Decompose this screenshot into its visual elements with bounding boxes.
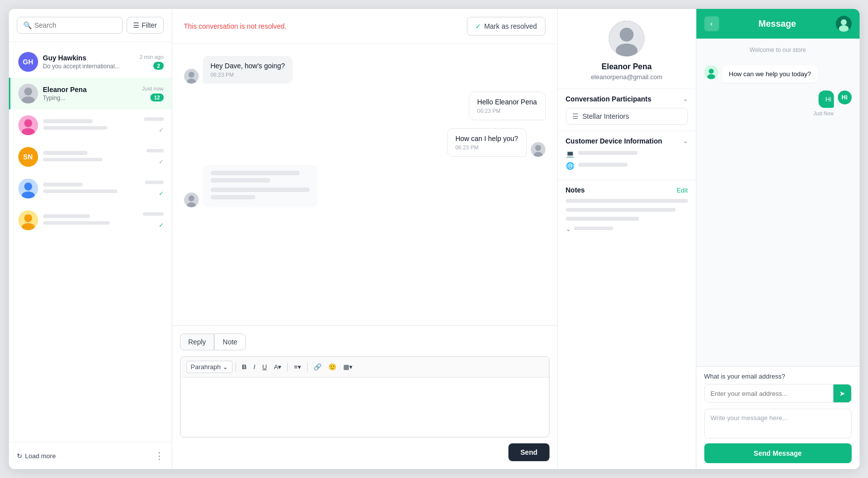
msg-time: 06:23 PM [211, 72, 285, 78]
device-info-title: Customer Device Information [566, 137, 662, 145]
msg-text: Hello Eleanor Pena [477, 98, 537, 106]
monitor-icon: 💻 [566, 150, 574, 158]
search-input[interactable] [35, 21, 117, 29]
widget-header: ‹ Message [696, 9, 860, 39]
more-options-button[interactable]: ⋮ [155, 450, 164, 461]
tab-reply[interactable]: Reply [180, 334, 215, 350]
text-color-button[interactable]: A▾ [271, 361, 285, 373]
show-more-row[interactable]: ⌄ [566, 226, 688, 233]
user-bubble: Hi [819, 91, 834, 108]
avatar: GH [18, 52, 38, 72]
sidebar-header: 🔍 ☰ Filter [9, 9, 172, 42]
section-header[interactable]: Conversation Participants ⌄ [566, 95, 688, 103]
list-item[interactable]: ✓ [9, 204, 172, 236]
widget-message-box[interactable]: Write your message here... [704, 409, 852, 438]
avatar [18, 179, 38, 198]
conv-badge: 2 [153, 62, 163, 70]
list-item[interactable]: ✓ [9, 173, 172, 204]
load-more-label: Load more [25, 452, 56, 460]
avatar [18, 84, 38, 103]
widget-message-row: How can we help you today? [704, 65, 852, 83]
italic-button[interactable]: I [251, 361, 259, 373]
table-button[interactable]: ▦▾ [340, 361, 356, 373]
check-icon: ✓ [159, 222, 164, 229]
message-bubble: Hey Dave, how's going? 06:23 PM [203, 56, 293, 84]
filter-button[interactable]: ☰ Filter [127, 17, 163, 34]
svg-point-9 [188, 72, 194, 78]
message-row: How can I help you? 06:23 PM [184, 128, 546, 157]
link-button[interactable]: 🔗 [311, 361, 324, 373]
underline-button[interactable]: U [259, 361, 270, 373]
device-info-row: 🌐 [566, 162, 688, 170]
participant-chip: ☰ Stellar Interiors [566, 108, 688, 125]
msg-avatar [184, 192, 199, 207]
avatar-inner [609, 21, 644, 56]
msg-avatar [531, 142, 546, 157]
chat-main: This conversation is not resolved. ✓ Mar… [172, 9, 558, 469]
message-row [184, 165, 546, 207]
notes-title: Notes [566, 186, 585, 194]
widget-input-area: What is your email address? ➤ Write your… [696, 366, 860, 469]
load-more-button[interactable]: ↻ Load more [17, 452, 56, 460]
check-icon: ✓ [159, 158, 164, 165]
avatar [18, 115, 38, 135]
conv-preview: Typing... [43, 95, 137, 101]
reply-tabs: Reply Note [180, 334, 549, 350]
chevron-down-icon: ⌄ [223, 363, 228, 371]
msg-text: How can I help you? [456, 135, 518, 143]
bold-button[interactable]: B [239, 361, 249, 373]
svg-point-2 [24, 119, 32, 127]
widget-email-row: ➤ [704, 384, 852, 403]
svg-point-25 [707, 74, 715, 79]
toolbar-divider [287, 363, 288, 372]
list-item[interactable]: Eleanor Pena Typing... Just now 12 [9, 78, 172, 109]
svg-point-18 [620, 28, 634, 42]
user-time: Just Now [813, 111, 833, 116]
contact-email: eleanorpena@gmail.com [591, 73, 663, 81]
notes-content [566, 199, 688, 223]
menu-icon: ☰ [572, 112, 579, 120]
widget-back-button[interactable]: ‹ [704, 16, 719, 31]
list-item[interactable]: ✓ [9, 109, 172, 141]
align-button[interactable]: ≡▾ [291, 361, 304, 373]
widget-send-arrow-button[interactable]: ➤ [833, 384, 851, 402]
edit-notes-button[interactable]: Edit [677, 187, 687, 194]
conv-name: Eleanor Pena [43, 86, 137, 94]
sidebar: 🔍 ☰ Filter GH Guy Hawkins Do you accept … [9, 9, 172, 469]
list-item[interactable]: SN ✓ [9, 141, 172, 173]
conv-name: Guy Hawkins [43, 54, 135, 62]
list-item[interactable]: GH Guy Hawkins Do you accept internation… [9, 46, 172, 78]
widget-email-input[interactable] [705, 385, 833, 402]
widget-send-button[interactable]: Send Message [704, 443, 852, 463]
msg-text: Hey Dave, how's going? [211, 62, 285, 70]
unresolved-status: This conversation is not resolved. [184, 22, 287, 30]
message-editor[interactable] [181, 378, 549, 437]
bot-avatar [704, 65, 718, 79]
svg-point-1 [22, 96, 35, 103]
tab-note[interactable]: Note [214, 334, 246, 350]
emoji-button[interactable]: 🙂 [325, 361, 339, 373]
svg-point-3 [22, 128, 35, 135]
contact-header: Eleanor Pena eleanorpena@gmail.com [558, 9, 696, 89]
svg-point-7 [22, 223, 35, 230]
bot-bubble: How can we help you today? [722, 65, 818, 83]
msg-time: 06:23 PM [456, 144, 518, 150]
device-info-row: 💻 [566, 150, 688, 158]
participants-title: Conversation Participants [566, 95, 652, 103]
svg-point-15 [188, 195, 194, 201]
editor-container: Parahraph ⌄ B I U A▾ ≡▾ 🔗 🙂 ▦▾ [180, 356, 549, 437]
paragraph-select[interactable]: Parahraph ⌄ [186, 361, 233, 373]
section-header[interactable]: Customer Device Information ⌄ [566, 137, 688, 145]
message-bubble: Hello Eleanor Pena 06:23 PM [469, 92, 546, 120]
message-row: Hey Dave, how's going? 06:23 PM [184, 56, 546, 84]
svg-point-0 [24, 88, 32, 96]
svg-point-5 [22, 191, 35, 198]
msg-avatar [184, 69, 199, 84]
check-icon: ✓ [159, 190, 164, 197]
resolve-button[interactable]: ✓ Mark as resolved [467, 17, 546, 36]
send-button[interactable]: Send [508, 443, 549, 461]
search-box[interactable]: 🔍 [17, 17, 123, 34]
svg-point-4 [24, 183, 32, 191]
svg-point-6 [24, 214, 32, 222]
search-icon: 🔍 [23, 21, 32, 29]
